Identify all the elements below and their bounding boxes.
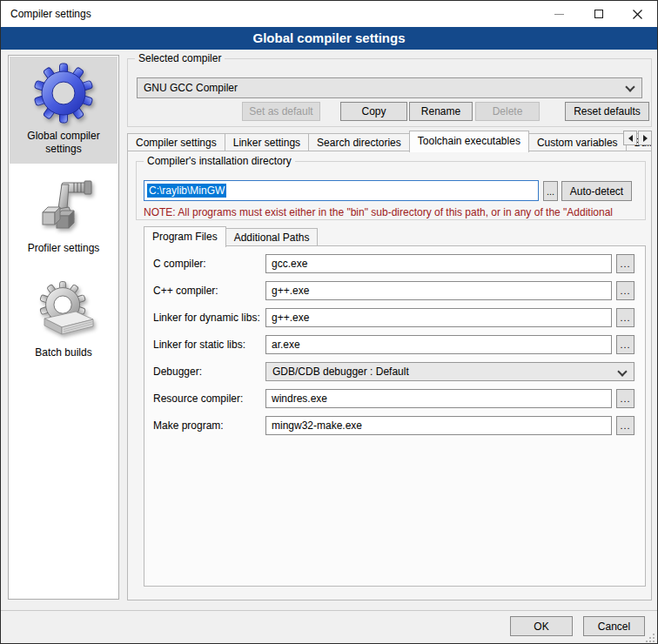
ok-button[interactable]: OK <box>510 616 573 636</box>
reset-defaults-button[interactable]: Reset defaults <box>565 102 649 121</box>
field-label: C++ compiler: <box>153 281 218 300</box>
maximize-icon <box>594 10 603 18</box>
installation-directory-browse-button[interactable]: ... <box>543 181 558 201</box>
resize-grip[interactable] <box>646 634 655 642</box>
window-controls <box>540 1 657 27</box>
close-button[interactable] <box>618 1 657 27</box>
dialog-body: Global compiler settings <box>1 50 657 644</box>
compiler-select[interactable]: GNU GCC Compiler <box>137 77 642 98</box>
close-icon <box>633 10 642 19</box>
settings-category-list: Global compiler settings <box>8 55 119 600</box>
auto-detect-button[interactable]: Auto-detect <box>561 181 632 201</box>
make-program-row: Make program: mingw32-make.exe ... <box>144 416 645 435</box>
tab-linker-settings[interactable]: Linker settings <box>225 133 309 151</box>
debugger-select[interactable]: GDB/CDB debugger : Default <box>265 362 634 381</box>
tab-custom-variables[interactable]: Custom variables <box>528 133 627 151</box>
installation-directory-group: Compiler's installation directory C:\ray… <box>136 161 646 220</box>
delete-button[interactable]: Delete <box>475 102 540 121</box>
window-title: Compiler settings <box>10 1 91 27</box>
arrow-right-icon <box>643 135 648 142</box>
footer-divider <box>1 610 657 611</box>
title-bar[interactable]: Compiler settings <box>1 1 657 27</box>
subtab-program-files[interactable]: Program Files <box>144 226 226 247</box>
field-label: Linker for static libs: <box>153 335 245 354</box>
installation-directory-value: C:\raylib\MinGW <box>147 184 226 198</box>
copy-button[interactable]: Copy <box>340 102 407 121</box>
minimize-button[interactable] <box>540 1 579 27</box>
sidebar-item-label: Global compiler settings <box>10 130 118 156</box>
c-compiler-browse-button[interactable]: ... <box>616 254 634 273</box>
dynamic-linker-browse-button[interactable]: ... <box>616 308 634 327</box>
compiler-button-row: Set as default Copy Rename Delete Reset … <box>137 102 649 121</box>
field-label: C compiler: <box>153 254 206 273</box>
program-files-panel: C compiler: gcc.exe ... C++ compiler: g+… <box>144 245 646 587</box>
resource-compiler-browse-button[interactable]: ... <box>616 389 634 408</box>
c-compiler-input[interactable]: gcc.exe <box>265 254 612 273</box>
make-program-browse-button[interactable]: ... <box>616 416 634 435</box>
maximize-button[interactable] <box>579 1 618 27</box>
tab-scroll-arrows <box>622 131 652 145</box>
field-value: ar.exe <box>272 339 300 351</box>
selected-compiler-legend: Selected compiler <box>135 52 225 65</box>
sidebar-item-batch-builds[interactable]: Batch builds <box>10 272 118 376</box>
toolchain-executables-panel: Compiler's installation directory C:\ray… <box>127 151 652 600</box>
field-label: Debugger: <box>153 362 202 381</box>
sidebar-item-global-compiler-settings[interactable]: Global compiler settings <box>10 57 118 164</box>
tab-scroll-right-button[interactable] <box>638 131 652 145</box>
field-label: Resource compiler: <box>153 389 243 408</box>
dynamic-linker-input[interactable]: g++.exe <box>265 308 612 327</box>
settings-tab-strip: Compiler settings Linker settings Search… <box>127 130 652 151</box>
field-value: mingw32-make.exe <box>272 419 362 432</box>
installation-directory-legend: Compiler's installation directory <box>144 155 295 168</box>
gear-blue-icon <box>32 62 95 124</box>
page-title: Global compiler settings <box>1 27 657 50</box>
minimize-icon <box>554 14 564 15</box>
selected-compiler-group: Selected compiler GNU GCC Compiler Set a… <box>127 58 652 127</box>
field-value: g++.exe <box>272 312 309 324</box>
debugger-row: Debugger: GDB/CDB debugger : Default <box>144 362 645 381</box>
tab-search-directories[interactable]: Search directories <box>308 133 410 151</box>
debugger-select-value: GDB/CDB debugger : Default <box>272 363 409 380</box>
cancel-button[interactable]: Cancel <box>583 616 645 636</box>
sidebar-item-label: Batch builds <box>30 346 97 359</box>
dynamic-linker-row: Linker for dynamic libs: g++.exe ... <box>144 308 645 327</box>
gear-stack-icon <box>32 278 95 341</box>
sidebar-item-label: Profiler settings <box>23 242 105 255</box>
make-program-input[interactable]: mingw32-make.exe <box>265 416 612 435</box>
field-label: Linker for dynamic libs: <box>153 308 260 327</box>
static-linker-browse-button[interactable]: ... <box>616 335 634 354</box>
compiler-settings-dialog: Compiler settings Global compiler settin… <box>0 0 658 644</box>
field-value: windres.exe <box>272 392 327 405</box>
rename-button[interactable]: Rename <box>409 102 473 121</box>
resource-compiler-input[interactable]: windres.exe <box>265 389 612 408</box>
chevron-down-icon <box>625 82 634 91</box>
arrow-left-icon <box>628 135 633 142</box>
compiler-select-value: GNU GCC Compiler <box>144 78 238 97</box>
tab-compiler-settings[interactable]: Compiler settings <box>127 133 225 151</box>
note-text: NOTE: All programs must exist either in … <box>144 206 643 218</box>
cpp-compiler-row: C++ compiler: g++.exe ... <box>144 281 645 300</box>
tab-scroll-left-button[interactable] <box>623 131 637 145</box>
cpp-compiler-browse-button[interactable]: ... <box>616 281 634 300</box>
sidebar-item-profiler-settings[interactable]: Profiler settings <box>10 167 118 272</box>
caliper-icon <box>32 174 95 237</box>
chevron-down-icon <box>617 366 627 376</box>
field-value: gcc.exe <box>272 258 307 270</box>
tab-toolchain-executables[interactable]: Toolchain executables <box>409 131 529 152</box>
field-value: g++.exe <box>272 285 309 297</box>
c-compiler-row: C compiler: gcc.exe ... <box>144 254 645 273</box>
resource-compiler-row: Resource compiler: windres.exe ... <box>144 389 645 408</box>
program-files-tab-strip: Program Files Additional Paths <box>144 225 318 246</box>
set-as-default-button[interactable]: Set as default <box>242 102 320 121</box>
static-linker-input[interactable]: ar.exe <box>265 335 612 354</box>
subtab-additional-paths[interactable]: Additional Paths <box>225 228 319 246</box>
field-label: Make program: <box>153 416 224 435</box>
static-linker-row: Linker for static libs: ar.exe ... <box>144 335 645 354</box>
installation-directory-input[interactable]: C:\raylib\MinGW <box>144 180 539 201</box>
cpp-compiler-input[interactable]: g++.exe <box>265 281 612 300</box>
